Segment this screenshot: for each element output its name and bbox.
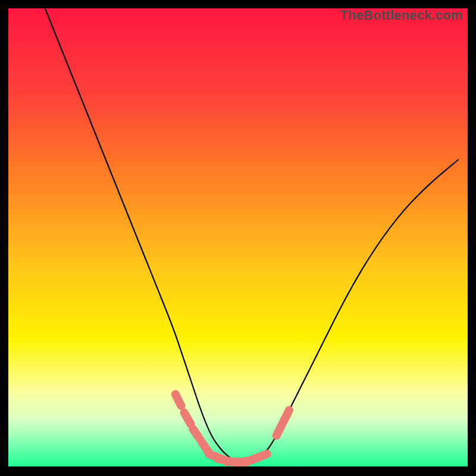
gradient-background <box>8 8 468 466</box>
curve-marker <box>277 424 283 436</box>
chart-frame <box>8 8 468 466</box>
curve-marker <box>255 454 267 459</box>
curve-marker <box>184 413 191 424</box>
curve-marker <box>176 394 181 406</box>
curve-marker <box>283 411 289 422</box>
watermark-text: TheBottleneck.com <box>340 8 463 23</box>
chart-svg <box>8 8 468 466</box>
